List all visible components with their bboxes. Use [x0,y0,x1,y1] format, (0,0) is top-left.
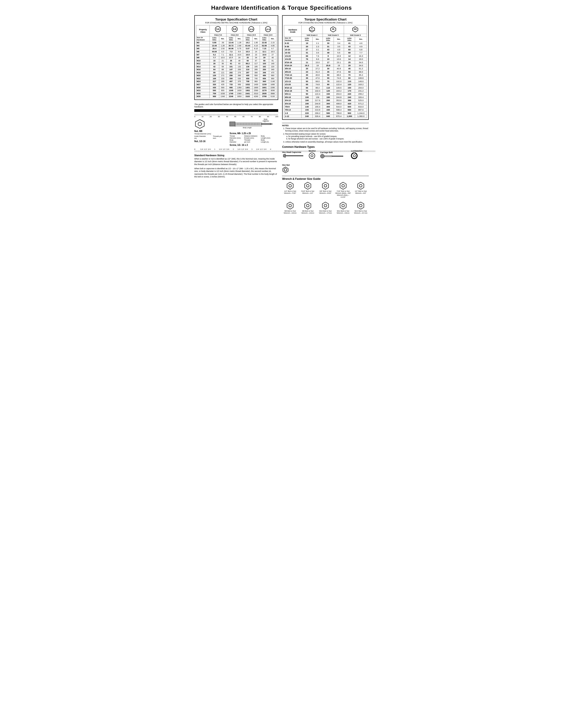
wrench-item: M10 Bolt or NutWrench—17mm [318,202,334,214]
right-table-row: 3/4-10160217.6260353.6386525.0 [284,99,367,102]
sae5-header [323,25,344,34]
left-table-row: M1889121202275287390346470 [196,71,276,74]
col-nm-2: Nm. [236,36,243,41]
left-table-row: M644.644.37.39.910.31412.116.5 [196,50,276,53]
svg-text:Body Length: Body Length [243,127,251,129]
hex-nut-item: Hex Nut [282,164,290,174]
notes-title: NOTES [282,124,369,127]
col-inlbs-3: in/lbsft/lbs [243,36,252,41]
nut-label2: Nut, 1/2-16 [194,140,225,143]
wrench-item: M12 Bolt or NutWrench—19mm [335,202,351,214]
left-table-row: M87.710.517.72425342940 [196,56,276,59]
left-table-row: M3043559099513501401190016812280 [196,86,276,89]
left-table-row: M166488147200210285250340 [196,68,276,71]
guides-italic-text: The guides and ruler furnished below are… [194,103,278,108]
class-129-label: Class 12.9 [259,34,276,36]
common-hw-items: Hex Head Capscrew [282,150,369,174]
right-table-row: 7/8-14155210.8440598.4660897.6 [284,108,367,111]
left-table-row: M413.441.2830.722.9043.444.1052.564.95 [196,44,276,47]
right-torque-box: Torque Specification Chart FOR STANDARD … [282,15,369,120]
svg-marker-49 [283,154,286,158]
right-table-row: 1/4-20667.6810.91216.3 [284,54,367,57]
right-table-row: 5/8-1190122.4150204.0220299.2 [284,92,367,96]
svg-point-100 [342,204,345,207]
svg-text:12.9: 12.9 [266,28,270,30]
svg-point-10 [198,122,201,126]
wrench-item: 1/2" Bolt or NutWrench—3/4" [353,182,369,198]
note-1: These torque values are to be used for a… [285,127,369,132]
right-column: Torque Specification Chart FOR STANDARD … [282,15,369,214]
nut-svg [194,118,205,129]
svg-point-98 [324,204,327,207]
col-inlbs-4: in/lbsft/lbs [259,36,269,41]
right-table-row: 1/2-205574.890122.4120163.2 [284,83,367,86]
col-inlbs-1: in/lbsft/lbs [210,36,219,41]
notes-section: NOTES These torque values are to be used… [282,123,369,143]
class-129-header: 12.9 [259,25,276,34]
right-chart-title: Torque Specification Chart [284,17,367,21]
svg-text:8.8: 8.8 [233,28,236,30]
left-table-row: M122636618386.2117103140 [196,62,276,65]
right-table-row: 5/16-2416.31925.8192934.0 [284,64,367,67]
wrench-items: 1/4" Bolt or NutWrench—7/16"5/16" Bolt o… [282,182,369,214]
washer-svg [309,152,315,159]
carriage-bolt-item: Carriage Bolt [320,151,347,159]
right-table-row: 7/8-9140190.4400544.0600816.0 [284,105,367,108]
svg-marker-101 [358,202,364,209]
std-hw-section: Standard Hardware Sizing When a washer o… [194,154,278,178]
svg-text:10.9: 10.9 [249,28,253,30]
left-table-row: M242172954973757089608401140 [196,80,276,83]
notes-list: These torque values are to be used for a… [282,127,369,143]
right-table-row: 9/16-126588.4110149.6150204.0 [284,86,367,89]
wrench-item: M8 Bolt or NutWrench—13mm [300,202,316,214]
svg-point-90 [342,184,345,187]
class-88-label: Class 8.8 [226,34,243,36]
svg-marker-29 [270,123,273,125]
ruler-ticks: ||||||||||||||||||||||||||||||||||||||||… [194,114,278,116]
nut-sub-labels: Thread Diameter (mm) Inside Diameter (in… [194,133,225,139]
class-icon-row: PropertyClass 5.6 8.8 10.9 12.9 [196,25,276,34]
left-torque-table: PropertyClass 5.6 8.8 10.9 12.9 [196,25,276,98]
wrench-guide-title: Wrench & Fastener Size Guide [282,177,369,180]
hex-nut-label: Hex Nut [282,164,290,166]
right-table-row: 7/16-143040.85068.07095.2 [284,73,367,77]
right-table-row: 5/8-18100136180244.8240326.4 [284,96,367,99]
carriage-bolt-label: Carriage Bolt [320,151,347,154]
wrench-item: M14 Bolt or NutWrench—22 mm [353,202,369,214]
svg-marker-9 [195,120,204,128]
svg-marker-91 [358,182,364,189]
right-torque-table: HardwareGrade NoMarks SAE Grade 2 [284,25,367,118]
left-torque-body: M35.88.5613.441.2819.21.8022.922.15M413.… [196,41,276,98]
left-table-row: M75.27.112.116.516.92319.927 [196,53,276,56]
note-2: Recommended seating torque values for sc… [285,133,369,140]
svg-point-96 [307,204,309,207]
carriage-bolt-svg [320,154,347,158]
hardware-diagrams: Nut, M8 Thread Diameter (mm) Inside Diam… [194,118,278,146]
wrench-item: 3/8" Bolt or NutWrench—9/16" [318,182,334,198]
hex-capscrew-label: Hex Head Capscrew [282,151,304,153]
svg-marker-99 [340,202,346,209]
property-class-header: PropertyClass [196,25,210,36]
left-chart-title: Torque Specification Chart [196,17,276,21]
right-table-row: 3/8-162027.23040.84561.2 [284,67,367,70]
right-table-row: 3/8-242331.33547.65068.0 [284,70,367,73]
washer-label: Washer [309,150,316,152]
svg-marker-87 [322,182,329,189]
left-table-row: M35.88.5613.441.2819.21.8022.922.15 [196,41,276,44]
sae2-header: NoMarks [302,25,323,34]
sae8-header [344,25,367,34]
left-table-row: M20126171290390405550486660 [196,74,276,77]
svg-point-66 [309,153,315,159]
ruler-numbers: 0 10 20 30 40 50 60 70 80 90 100 [194,116,278,118]
nut-label: Nut, M8 [194,130,225,132]
svg-point-86 [307,184,309,187]
left-table-row: M399881340224930503163429037985150 [196,95,276,98]
left-table-row: M101521354850675981 [196,59,276,62]
col-nm-4: Nm. [269,36,276,41]
left-table-row: M22169230390530559745656890 [196,77,276,80]
screw-label2: Screw, 1/2- 16 x 2 [229,144,278,146]
svg-point-82 [284,169,287,171]
fractional-ruler: 0 1/4 1/2 3/4 1 1/4 1/2 3/4 2 1/4 1/2 3/… [194,148,278,152]
lockwasher-svg [351,152,358,159]
frac-ruler-nums: 0 1/4 1/2 3/4 1 1/4 1/2 3/4 2 1/4 1/2 3/… [194,148,278,150]
